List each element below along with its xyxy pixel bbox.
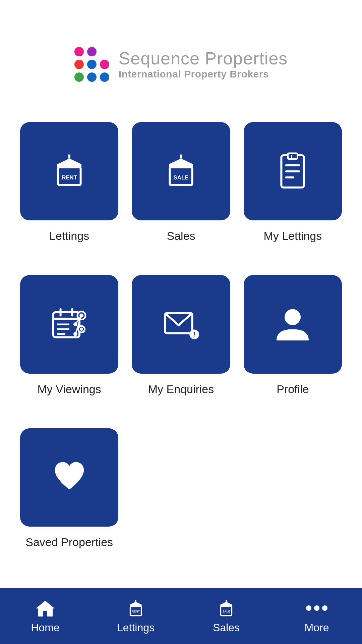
my-enquiries-label: My Enquiries [148, 382, 214, 396]
calendar-share-icon [49, 304, 89, 344]
svg-text:RENT: RENT [62, 174, 77, 181]
lettings-label: Lettings [49, 228, 89, 243]
svg-marker-33 [36, 601, 55, 616]
svg-text:RENT: RENT [132, 610, 140, 613]
dot-8 [87, 72, 97, 82]
logo-container: Sequence Properties International Proper… [74, 47, 288, 82]
sales-nav-icon: SALE [214, 598, 238, 618]
person-icon [273, 304, 313, 344]
bottom-nav: Home RENT Lettings SALE Sales [0, 588, 362, 644]
nav-item-home[interactable]: Home [0, 598, 90, 634]
nav-item-sales[interactable]: SALE Sales [181, 598, 272, 634]
svg-point-43 [314, 605, 319, 611]
svg-point-42 [306, 605, 311, 611]
logo-text: Sequence Properties International Proper… [119, 49, 288, 79]
logo-title: Sequence Properties [119, 49, 288, 68]
svg-text:SALE: SALE [174, 174, 189, 181]
profile-tile[interactable] [244, 275, 342, 373]
logo-dots [74, 47, 109, 82]
nav-home-label: Home [31, 622, 59, 634]
grid-item-profile[interactable]: Profile [244, 275, 342, 415]
my-viewings-tile[interactable] [20, 275, 118, 373]
sale-sign-icon: SALE [161, 151, 201, 192]
grid-item-lettings[interactable]: RENT Lettings [20, 122, 118, 262]
profile-label: Profile [277, 382, 309, 396]
mail-alert-icon: ! [161, 304, 201, 344]
svg-point-26 [73, 332, 77, 336]
dot-6 [100, 60, 109, 69]
dot-2 [87, 47, 97, 56]
grid-item-sales[interactable]: SALE Sales [132, 122, 230, 262]
sales-label: Sales [167, 228, 195, 243]
rent-sign-icon: RENT [49, 151, 89, 192]
nav-item-more[interactable]: More [272, 598, 362, 634]
dot-1 [74, 47, 84, 56]
rent-nav-icon: RENT [126, 599, 146, 618]
nav-more-label: More [305, 622, 329, 634]
grid-section: RENT Lettings SALE Sales L [0, 109, 362, 588]
svg-text:!: ! [193, 331, 195, 338]
dot-9 [100, 72, 109, 82]
dot-3 [100, 47, 109, 56]
lettings-tile[interactable]: RENT [20, 122, 118, 220]
dot-7 [74, 72, 84, 82]
grid-item-my-enquiries[interactable]: ! My Enquiries [132, 275, 230, 415]
nav-item-lettings[interactable]: RENT Lettings [90, 598, 181, 634]
svg-point-32 [285, 309, 301, 325]
saved-properties-tile[interactable] [20, 428, 118, 527]
heart-icon [49, 457, 89, 497]
my-lettings-tile[interactable]: L [244, 122, 342, 220]
svg-point-28 [80, 328, 83, 331]
svg-point-24 [73, 322, 77, 326]
svg-point-44 [322, 605, 327, 611]
my-enquiries-tile[interactable]: ! [132, 275, 230, 373]
home-nav-icon [33, 598, 57, 618]
dot-5 [87, 60, 97, 69]
nav-sales-label: Sales [213, 622, 240, 634]
dots-icon [305, 603, 329, 613]
logo-section: Sequence Properties International Proper… [0, 0, 362, 109]
my-lettings-label: My Lettings [263, 228, 322, 243]
home-icon [35, 599, 55, 618]
my-viewings-label: My Viewings [38, 382, 101, 396]
nav-lettings-label: Lettings [117, 622, 155, 634]
grid-item-saved-properties[interactable]: Saved Properties [20, 428, 118, 568]
grid-item-my-viewings[interactable]: My Viewings [20, 275, 118, 415]
saved-properties-label: Saved Properties [25, 535, 113, 549]
grid-item-my-lettings[interactable]: L My Lettings [244, 122, 342, 262]
sales-tile[interactable]: SALE [132, 122, 230, 220]
svg-text:L: L [291, 154, 294, 161]
dot-4 [74, 60, 84, 69]
more-nav-icon [305, 598, 329, 618]
sale-nav-icon: SALE [216, 599, 236, 618]
svg-text:SALE: SALE [222, 610, 230, 613]
logo-subtitle: International Property Brokers [119, 68, 288, 80]
lettings-nav-icon: RENT [124, 598, 148, 618]
document-icon: L [273, 151, 313, 192]
